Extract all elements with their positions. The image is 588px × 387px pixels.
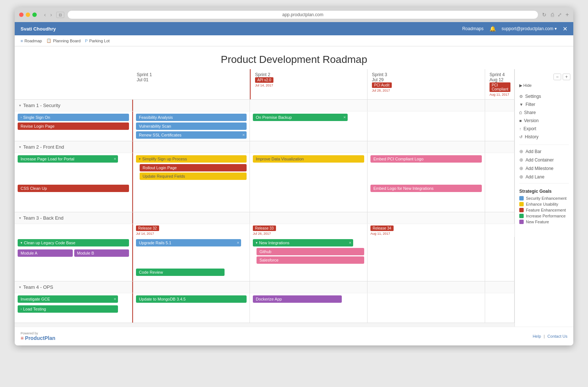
module-b-bar[interactable]: Module B	[74, 249, 129, 257]
legend-security-label: Security Enhancement	[526, 196, 567, 200]
maximize-dot[interactable]	[32, 13, 37, 17]
planning-board-tab[interactable]: 📋 Planning Board	[46, 38, 80, 43]
fullscreen-button[interactable]: ⤢	[557, 11, 563, 18]
zoom-in-button[interactable]: +	[563, 74, 570, 80]
sprint-header-4: Sprint 4 Aug 12 PCI Compliant Aug 11, 20…	[485, 69, 514, 99]
rollout-login-bar[interactable]: Rollout Login Page	[140, 164, 247, 171]
chevron-down-icon: ▾	[21, 241, 22, 245]
team-security-sprint3-cell: On Premise Backup ✕	[250, 111, 368, 141]
chevron-down-icon: ▾	[256, 241, 258, 245]
back-button[interactable]: ‹	[43, 11, 47, 18]
roadmap-toolbar: ≡ Roadmap 📋 Planning Board P Parking Lot	[15, 35, 573, 46]
team-security-col1	[132, 100, 250, 111]
team-backend-chevron[interactable]: ▾	[19, 216, 21, 220]
browser-actions: ⎙ ⤢	[550, 11, 563, 18]
team-frontend-row2-sprint1: CSS Clean Up	[15, 182, 132, 212]
filter-item[interactable]: ▼ Filter	[519, 100, 569, 109]
hide-link[interactable]: ▶ Hide	[519, 83, 569, 88]
update-required-fields-bar[interactable]: Update Required Fields	[140, 173, 247, 180]
browser-dots	[19, 13, 37, 17]
team-security-chevron[interactable]: ▾	[19, 103, 21, 107]
team-ops-col4	[485, 281, 514, 293]
sprint-2-milestone-date: Jul 14, 2017	[255, 84, 363, 87]
close-icon[interactable]: ✕	[563, 25, 567, 32]
upgrade-rails-bar[interactable]: Upgrade Rails 5.1 ✕	[136, 239, 241, 246]
forward-button[interactable]: ›	[49, 11, 54, 18]
github-bar[interactable]: Github	[257, 248, 364, 255]
close-dot[interactable]	[19, 13, 24, 17]
module-a-bar[interactable]: Module A	[18, 249, 73, 257]
close-icon: ✕	[349, 241, 352, 245]
settings-icon: ⚙	[519, 94, 523, 99]
share-item[interactable]: ⎙ Share	[519, 109, 569, 117]
salesforce-bar[interactable]: Salesforce	[257, 256, 364, 264]
share-button[interactable]: ⎙	[550, 11, 555, 18]
strategic-goals-title: Strategic Goals	[515, 186, 573, 195]
zoom-out-button[interactable]: −	[553, 74, 561, 80]
team-ops-sprint3-cell: Dockerize App	[250, 293, 368, 323]
reload-button[interactable]: ↻	[541, 11, 547, 18]
settings-item[interactable]: ⚙ Settings	[519, 92, 569, 100]
add-bar-icon: ⊕	[519, 149, 523, 154]
improve-data-viz-bar[interactable]: Improve Data Visualization	[253, 155, 364, 163]
close-icon: ✕	[114, 157, 116, 161]
add-bar-item[interactable]: ⊕ Add Bar	[515, 147, 573, 156]
history-item[interactable]: ↺ History	[519, 133, 569, 141]
minimize-dot[interactable]	[26, 13, 30, 17]
update-mongodb-bar[interactable]: Update to MongoDB 3.4.5	[136, 295, 247, 303]
add-milestone-item[interactable]: ⊕ Add Milestone	[515, 164, 573, 173]
add-lane-item[interactable]: ⊕ Add Lane	[515, 173, 573, 181]
version-item[interactable]: ■ Version	[519, 117, 569, 125]
legend-performance-label: Increase Performance	[526, 214, 566, 218]
team-frontend-sprint1-cell: Increase Page Load for Portal ✕	[15, 153, 132, 182]
close-icon-2: ✕	[343, 116, 346, 119]
css-clean-up-bar[interactable]: CSS Clean Up	[18, 185, 129, 192]
new-integrations-bar[interactable]: ▾ New Integrations ✕	[253, 239, 353, 246]
team-backend-title: Team 3 - Back End	[23, 215, 64, 221]
team-security-col2	[250, 100, 368, 111]
new-tab-button[interactable]: +	[566, 11, 569, 18]
app-footer: Powered by ≡ ProductPlan Help | Contact …	[15, 327, 573, 345]
user-menu-link[interactable]: support@productplan.com ▾	[502, 26, 557, 31]
team-ops-chevron[interactable]: ▾	[19, 285, 21, 289]
code-review-bar[interactable]: Code Review	[136, 269, 225, 276]
investigate-gce-bar[interactable]: Investigate GCE ✕	[18, 295, 118, 303]
on-premise-backup-bar[interactable]: On Premise Backup ✕	[253, 114, 348, 121]
url-bar[interactable]: app.productplan.com	[67, 10, 538, 19]
team-frontend-row2-sprint5	[485, 182, 514, 212]
embed-logo-integrations-bar[interactable]: Embed Logo for New Integrations	[370, 185, 482, 192]
legend-new-feature-label: New Feature	[526, 220, 549, 224]
window-mode-button[interactable]: ⊡	[56, 12, 64, 18]
roadmaps-nav-link[interactable]: Roadmaps	[462, 26, 484, 31]
team-security-title: Team 1 - Security	[23, 103, 60, 108]
renew-ssl-bar[interactable]: Renew SSL Certificates ✕	[136, 131, 247, 139]
team-security-col3	[368, 100, 485, 111]
roadmap-tab[interactable]: ≡ Roadmap	[21, 39, 42, 43]
revise-login-bar[interactable]: Revise Login Page	[18, 123, 129, 130]
add-container-item[interactable]: ⊕ Add Container	[515, 156, 573, 164]
team-security-sprint5-cell	[485, 111, 514, 141]
feasibility-analysis-bar[interactable]: Feasibility Analysis	[136, 114, 247, 121]
backend-release-34: Release 34 Aug 11, 2017	[368, 224, 485, 237]
team-frontend-chevron[interactable]: ▾	[19, 145, 21, 149]
clean-legacy-bar[interactable]: ▾ Clean up Legacy Code Base	[18, 239, 129, 246]
browser-nav: ‹ ›	[43, 11, 53, 18]
vulnerability-scan-bar[interactable]: Vulnerability Scan	[136, 123, 247, 130]
dockerize-app-bar[interactable]: Dockerize App	[253, 295, 342, 303]
load-testing-bar[interactable]: › Load Testing	[18, 305, 118, 313]
single-sign-on-bar[interactable]: › Single Sign On	[18, 114, 129, 121]
simplify-signup-bar[interactable]: ▾ Simplify Sign up Process	[136, 155, 247, 163]
add-lane-icon: ⊕	[519, 174, 523, 180]
contact-link[interactable]: Contact Us	[548, 334, 567, 338]
team-backend-title-cell: ▾ Team 3 - Back End	[15, 212, 132, 224]
notification-bell-icon[interactable]: 🔔	[490, 26, 496, 32]
legend-usability-color	[519, 202, 524, 206]
increase-page-load-bar[interactable]: Increase Page Load for Portal ✕	[18, 155, 118, 163]
team-security-sprint4-cell	[368, 111, 485, 141]
embed-pci-logo-bar[interactable]: Embed PCI Compliant Logo	[370, 155, 482, 163]
legend-performance: Increase Performance	[515, 213, 573, 219]
team-backend-row2-sprint2: Code Review	[132, 266, 250, 281]
export-item[interactable]: ↑ Export	[519, 125, 569, 133]
parking-lot-tab[interactable]: P Parking Lot	[85, 39, 110, 43]
help-link[interactable]: Help	[533, 334, 541, 338]
